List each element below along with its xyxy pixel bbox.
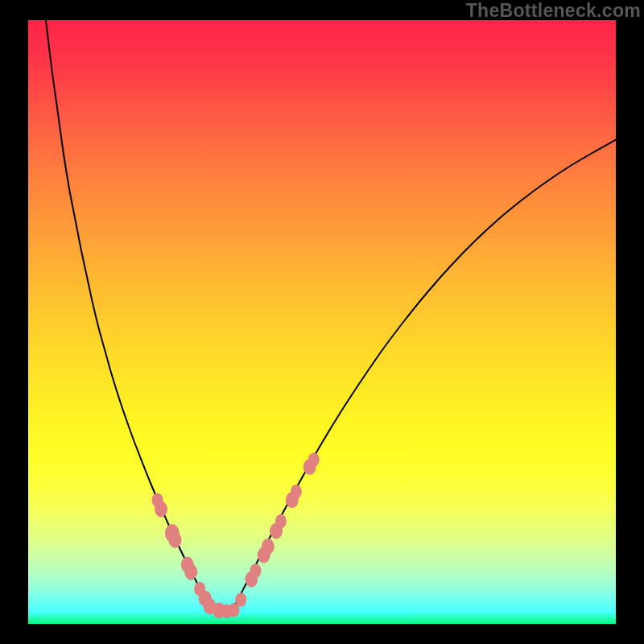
data-marker bbox=[155, 502, 167, 518]
markers-right bbox=[235, 452, 320, 607]
data-marker bbox=[235, 592, 246, 607]
data-marker bbox=[275, 514, 287, 529]
attribution-text: TheBottleneck.com bbox=[466, 0, 641, 22]
data-marker bbox=[291, 485, 302, 499]
data-marker bbox=[262, 539, 275, 555]
data-marker bbox=[169, 532, 182, 548]
markers-left bbox=[152, 493, 240, 619]
chart-container: TheBottleneck.com bbox=[0, 0, 644, 644]
right-curve bbox=[234, 140, 617, 608]
curve-layer bbox=[28, 20, 616, 624]
left-curve bbox=[46, 20, 210, 608]
data-marker bbox=[184, 564, 197, 580]
data-marker bbox=[250, 564, 262, 578]
plot-area bbox=[28, 20, 616, 624]
data-marker bbox=[308, 452, 320, 467]
